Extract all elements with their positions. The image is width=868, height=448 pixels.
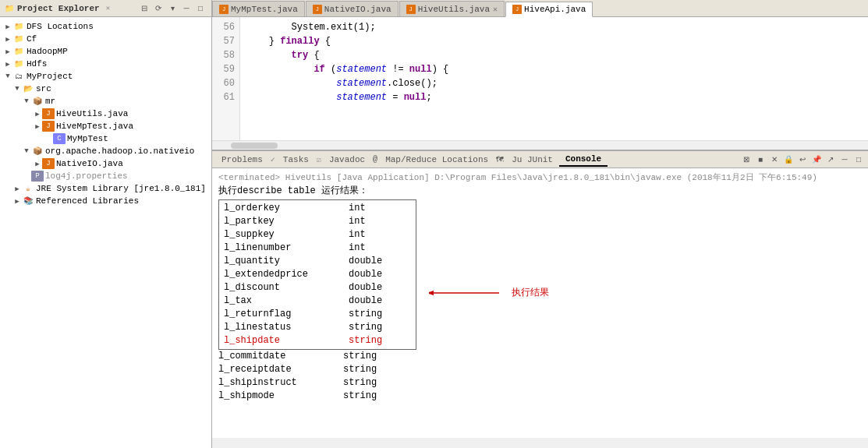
tree-item-hadoopmp[interactable]: ▶ 📁 HadoopMP — [0, 45, 211, 58]
col1-cell-red: l_shipdate — [224, 334, 349, 347]
line-numbers: 56 57 58 59 60 61 — [212, 17, 240, 140]
expand-icon[interactable]: ▶ — [3, 23, 12, 31]
tree-label: HiveMpTest.java — [56, 122, 133, 131]
expand-icon[interactable]: ▼ — [12, 85, 22, 93]
pin-button[interactable]: 📌 — [810, 153, 823, 166]
tree-item-nativeio[interactable]: ▶ J NativeIO.java — [0, 157, 211, 170]
col1-cell: l_receiptdate — [218, 363, 343, 376]
maximize-button[interactable]: □ — [194, 2, 207, 15]
java-file-icon: J — [42, 108, 55, 119]
col1-cell: l_orderkey — [224, 202, 349, 215]
bottom-toolbar: ⊠ ■ ✕ 🔒 ↩ 📌 ↗ ─ □ — [740, 153, 865, 166]
tree-item-myproject[interactable]: ▼ 🗂 MyProject — [0, 70, 211, 83]
tab-hiveapi[interactable]: J HiveApi.java — [505, 2, 593, 17]
table-row-shipdate: l_shipdatestring — [224, 334, 411, 347]
expand-icon[interactable]: ▼ — [3, 72, 12, 80]
tree-item-log4j[interactable]: P log4j.properties — [0, 170, 211, 182]
minimize-button[interactable]: ─ — [180, 2, 193, 15]
col2-cell: double — [349, 268, 411, 281]
maximize-panel-button[interactable]: □ — [852, 153, 865, 166]
table-row: l_taxdouble — [224, 295, 411, 308]
expand-icon[interactable]: ▶ — [3, 60, 12, 69]
tab-close-icon[interactable]: ✕ — [493, 5, 498, 14]
scrollbar-thumb[interactable] — [231, 143, 278, 149]
tree-label: DFS Locations — [27, 22, 94, 31]
word-wrap-button[interactable]: ↩ — [796, 153, 809, 166]
tree-item-src[interactable]: ▼ 📂 src — [0, 83, 211, 95]
col1-cell: l_returnflag — [224, 308, 349, 321]
tab-label: NativeIO.java — [324, 5, 391, 14]
col2-cell: string — [343, 363, 406, 376]
tree-item-hdfs[interactable]: ▶ 📁 Hdfs — [0, 58, 211, 70]
more-button[interactable]: ▾ — [166, 2, 179, 15]
scroll-lock-button[interactable]: 🔒 — [782, 153, 795, 166]
sync-button[interactable]: ⟳ — [152, 2, 165, 15]
tree-label: MyMpTest — [67, 134, 108, 143]
expand-icon[interactable]: ▶ — [33, 160, 42, 168]
tab-tasks[interactable]: Tasks — [277, 153, 315, 166]
clear-console-button[interactable]: ⊠ — [740, 153, 753, 166]
tab-javadoc[interactable]: Javadoc — [323, 153, 371, 166]
horizontal-scrollbar[interactable] — [212, 140, 868, 150]
tree-item-nativeio-pkg[interactable]: ▼ 📦 org.apache.hadoop.io.nativeio — [0, 145, 211, 157]
project-explorer-icon: 📁 — [5, 4, 14, 13]
tab-hiveutils[interactable]: J HiveUtils.java ✕ — [399, 1, 505, 16]
collapse-all-button[interactable]: ⊟ — [138, 2, 151, 15]
folder-icon: 📁 — [12, 34, 25, 44]
terminate-button[interactable]: ■ — [754, 153, 767, 166]
table-row: l_receiptdatestring — [218, 363, 862, 376]
table-row: l_commitdatestring — [218, 350, 862, 363]
project-explorer-header: 📁 Project Explorer ✕ ⊟ ⟳ ▾ ─ □ — [0, 0, 211, 17]
tab-label: MyMpTest.java — [231, 5, 298, 14]
col2-cell: int — [349, 215, 411, 228]
tab-mapreduce[interactable]: Map/Reduce Locations — [379, 153, 494, 166]
col2-cell: int — [349, 242, 411, 255]
tree-item-hivemptest[interactable]: ▶ J HiveMpTest.java — [0, 120, 211, 132]
code-line-58: try { — [246, 48, 862, 62]
src-folder-icon: 📂 — [22, 83, 34, 94]
tab-console[interactable]: Console — [559, 153, 608, 167]
open-console-button[interactable]: ↗ — [824, 153, 837, 166]
tab-junit[interactable]: Ju JUnit — [505, 153, 559, 166]
package-icon: 📦 — [31, 96, 44, 107]
expand-icon[interactable]: ▶ — [33, 122, 42, 131]
expand-icon[interactable]: ▶ — [33, 110, 42, 118]
tree-item-jre[interactable]: ▶ ☕ JRE System Library [jre1.8.0_181] — [0, 182, 211, 195]
tree-item-cf[interactable]: ▶ 📁 Cf — [0, 33, 211, 45]
tree-label: HadoopMP — [27, 47, 68, 56]
col2-cell: double — [349, 295, 411, 308]
expand-icon[interactable]: ▼ — [22, 97, 31, 105]
stop-button[interactable]: ✕ — [768, 153, 781, 166]
col2-cell: string — [349, 321, 411, 334]
code-lines[interactable]: System.exit(1); } finally { try { if (st… — [240, 17, 868, 140]
col2-cell: double — [349, 281, 411, 295]
close-icon[interactable]: ✕ — [106, 4, 110, 12]
tree-item-mr[interactable]: ▼ 📦 mr — [0, 95, 211, 108]
tree-item-hiveutils[interactable]: ▶ J HiveUtils.java — [0, 108, 211, 120]
tree-item-mymptest[interactable]: C MyMpTest — [0, 132, 211, 145]
annotation-label: 执行结果 — [512, 287, 549, 300]
expand-icon[interactable]: ▶ — [3, 48, 12, 56]
java-tab-icon: J — [219, 5, 229, 14]
tab-problems[interactable]: Problems — [215, 153, 269, 166]
code-line-59: if (statement != null) { — [246, 62, 862, 76]
expand-icon[interactable]: ▶ — [3, 35, 12, 44]
tree-item-reflibs[interactable]: ▶ 📚 Referenced Libraries — [0, 195, 211, 207]
expand-icon[interactable]: ▶ — [12, 185, 22, 193]
tab-mymptest[interactable]: J MyMpTest.java — [212, 1, 305, 16]
expand-icon[interactable]: ▼ — [22, 147, 31, 155]
col1-cell: l_shipmode — [218, 390, 343, 403]
col1-cell: l_linenumber — [224, 242, 349, 255]
arrow-annotation: 执行结果 — [429, 285, 549, 301]
tree-label: NativeIO.java — [56, 159, 123, 168]
project-explorer: 📁 Project Explorer ✕ ⊟ ⟳ ▾ ─ □ ▶ 📁 — [0, 0, 212, 448]
panel-toolbar: ⊟ ⟳ ▾ ─ □ — [138, 2, 207, 15]
tree-item-dfs[interactable]: ▶ 📁 DFS Locations — [0, 20, 211, 33]
tab-nativeio[interactable]: J NativeIO.java — [306, 1, 399, 16]
minimize-panel-button[interactable]: ─ — [838, 153, 851, 166]
expand-icon[interactable]: ▶ — [12, 197, 22, 206]
table-row: l_linestatusstring — [224, 321, 411, 334]
tree-label: MyProject — [27, 72, 73, 81]
col1-cell: l_linestatus — [224, 321, 349, 334]
console-table-area: l_orderkeyint l_partkeyint l_suppkeyint … — [218, 199, 416, 350]
